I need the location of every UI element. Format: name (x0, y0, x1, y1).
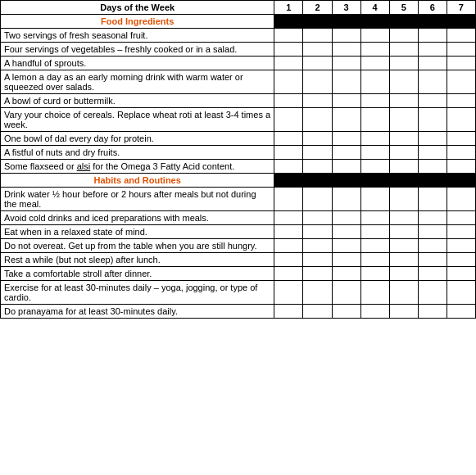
data-cell-day-1[interactable] (274, 146, 303, 160)
data-cell-day-7[interactable] (447, 94, 475, 108)
data-cell-day-4[interactable] (360, 132, 389, 146)
data-cell-day-4[interactable] (360, 146, 389, 160)
section-header-day-2[interactable] (303, 15, 332, 29)
data-cell-day-4[interactable] (360, 57, 389, 70)
data-cell-day-1[interactable] (274, 160, 303, 174)
data-cell-day-7[interactable] (447, 225, 475, 239)
data-cell-day-7[interactable] (447, 70, 475, 94)
data-cell-day-7[interactable] (447, 253, 475, 267)
data-cell-day-1[interactable] (274, 43, 303, 57)
data-cell-day-3[interactable] (332, 281, 360, 305)
data-cell-day-1[interactable] (274, 253, 303, 267)
data-cell-day-1[interactable] (274, 188, 303, 211)
data-cell-day-1[interactable] (274, 57, 303, 70)
data-cell-day-6[interactable] (418, 305, 447, 319)
data-cell-day-3[interactable] (332, 305, 360, 319)
data-cell-day-3[interactable] (332, 70, 360, 94)
data-cell-day-6[interactable] (418, 267, 447, 281)
data-cell-day-5[interactable] (389, 305, 418, 319)
data-cell-day-3[interactable] (332, 225, 360, 239)
data-cell-day-7[interactable] (447, 132, 475, 146)
data-cell-day-3[interactable] (332, 188, 360, 211)
data-cell-day-1[interactable] (274, 239, 303, 253)
data-cell-day-1[interactable] (274, 211, 303, 225)
section-header-day-7[interactable] (447, 15, 475, 29)
data-cell-day-2[interactable] (303, 188, 332, 211)
data-cell-day-4[interactable] (360, 225, 389, 239)
data-cell-day-6[interactable] (418, 70, 447, 94)
data-cell-day-3[interactable] (332, 160, 360, 174)
data-cell-day-4[interactable] (360, 253, 389, 267)
data-cell-day-2[interactable] (303, 305, 332, 319)
data-cell-day-5[interactable] (389, 146, 418, 160)
data-cell-day-6[interactable] (418, 132, 447, 146)
section-header-day-6[interactable] (418, 15, 447, 29)
data-cell-day-3[interactable] (332, 267, 360, 281)
data-cell-day-6[interactable] (418, 160, 447, 174)
data-cell-day-2[interactable] (303, 70, 332, 94)
data-cell-day-7[interactable] (447, 160, 475, 174)
data-cell-day-3[interactable] (332, 94, 360, 108)
data-cell-day-3[interactable] (332, 211, 360, 225)
data-cell-day-2[interactable] (303, 281, 332, 305)
data-cell-day-4[interactable] (360, 281, 389, 305)
data-cell-day-5[interactable] (389, 70, 418, 94)
data-cell-day-3[interactable] (332, 239, 360, 253)
data-cell-day-6[interactable] (418, 94, 447, 108)
data-cell-day-4[interactable] (360, 211, 389, 225)
section-header-day-6[interactable] (418, 174, 447, 188)
data-cell-day-2[interactable] (303, 253, 332, 267)
data-cell-day-5[interactable] (389, 132, 418, 146)
data-cell-day-7[interactable] (447, 211, 475, 225)
data-cell-day-3[interactable] (332, 253, 360, 267)
section-header-day-1[interactable] (274, 174, 303, 188)
data-cell-day-2[interactable] (303, 108, 332, 132)
data-cell-day-7[interactable] (447, 43, 475, 57)
section-header-day-4[interactable] (360, 15, 389, 29)
data-cell-day-7[interactable] (447, 188, 475, 211)
data-cell-day-2[interactable] (303, 43, 332, 57)
section-header-day-3[interactable] (332, 15, 360, 29)
data-cell-day-7[interactable] (447, 146, 475, 160)
data-cell-day-5[interactable] (389, 239, 418, 253)
section-header-day-4[interactable] (360, 174, 389, 188)
data-cell-day-6[interactable] (418, 281, 447, 305)
data-cell-day-6[interactable] (418, 108, 447, 132)
data-cell-day-5[interactable] (389, 211, 418, 225)
data-cell-day-5[interactable] (389, 281, 418, 305)
data-cell-day-3[interactable] (332, 43, 360, 57)
data-cell-day-4[interactable] (360, 160, 389, 174)
data-cell-day-2[interactable] (303, 211, 332, 225)
data-cell-day-3[interactable] (332, 57, 360, 70)
data-cell-day-1[interactable] (274, 132, 303, 146)
data-cell-day-4[interactable] (360, 70, 389, 94)
data-cell-day-7[interactable] (447, 239, 475, 253)
data-cell-day-5[interactable] (389, 108, 418, 132)
data-cell-day-6[interactable] (418, 253, 447, 267)
data-cell-day-3[interactable] (332, 132, 360, 146)
data-cell-day-4[interactable] (360, 305, 389, 319)
data-cell-day-7[interactable] (447, 281, 475, 305)
section-header-day-2[interactable] (303, 174, 332, 188)
data-cell-day-7[interactable] (447, 305, 475, 319)
data-cell-day-6[interactable] (418, 57, 447, 70)
data-cell-day-1[interactable] (274, 29, 303, 43)
data-cell-day-2[interactable] (303, 160, 332, 174)
data-cell-day-5[interactable] (389, 253, 418, 267)
section-header-day-7[interactable] (447, 174, 475, 188)
data-cell-day-2[interactable] (303, 29, 332, 43)
data-cell-day-1[interactable] (274, 281, 303, 305)
data-cell-day-2[interactable] (303, 146, 332, 160)
data-cell-day-5[interactable] (389, 57, 418, 70)
data-cell-day-6[interactable] (418, 211, 447, 225)
data-cell-day-1[interactable] (274, 70, 303, 94)
data-cell-day-2[interactable] (303, 57, 332, 70)
section-header-day-3[interactable] (332, 174, 360, 188)
section-header-day-1[interactable] (274, 15, 303, 29)
data-cell-day-4[interactable] (360, 239, 389, 253)
section-header-day-5[interactable] (389, 15, 418, 29)
data-cell-day-6[interactable] (418, 188, 447, 211)
data-cell-day-3[interactable] (332, 29, 360, 43)
data-cell-day-1[interactable] (274, 108, 303, 132)
data-cell-day-4[interactable] (360, 43, 389, 57)
